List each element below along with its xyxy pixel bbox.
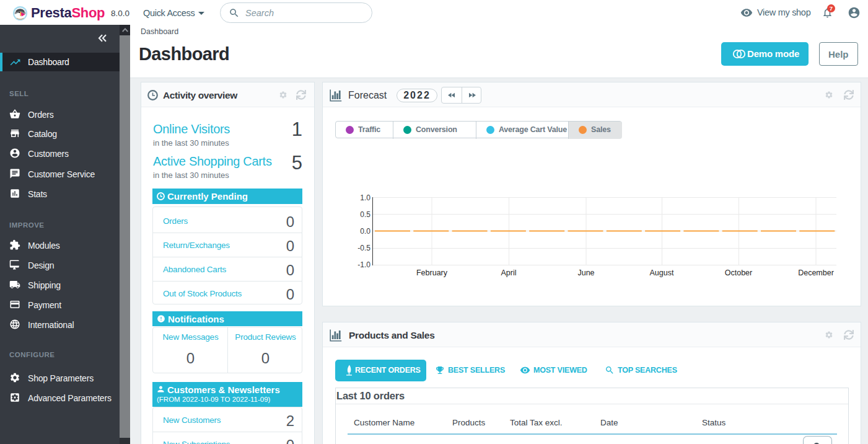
svg-text:April: April [501, 269, 516, 277]
svg-text:August: August [650, 269, 674, 277]
svg-text:June: June [577, 269, 594, 277]
svg-text:February: February [416, 269, 448, 277]
svg-text:0.0: 0.0 [360, 227, 370, 236]
svg-text:-0.5: -0.5 [357, 244, 370, 252]
svg-text:December: December [798, 269, 834, 277]
svg-text:1.0: 1.0 [360, 193, 370, 202]
svg-text:October: October [725, 269, 752, 277]
svg-text:0.5: 0.5 [360, 210, 370, 219]
svg-text:-1.0: -1.0 [357, 260, 370, 269]
